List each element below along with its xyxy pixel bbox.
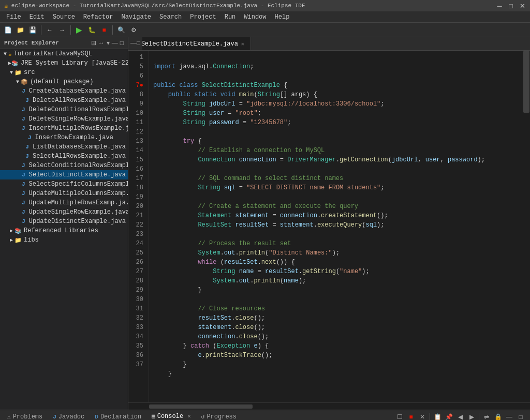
sidebar-item-del-all[interactable]: J DeleteAllRowsExample.java bbox=[0, 96, 128, 105]
console-nav-next[interactable]: ▶ bbox=[466, 412, 477, 421]
java-icon-13: J bbox=[22, 200, 25, 206]
bottom-tabs: ⚠ Problems J Javadoc D Declaration ▤ Con… bbox=[0, 410, 530, 420]
sidebar-item-default-pkg[interactable]: ▼ 📦 (default package) bbox=[0, 77, 128, 86]
console-nav-prev[interactable]: ◀ bbox=[455, 412, 465, 421]
menu-search[interactable]: Search bbox=[155, 12, 186, 22]
sidebar-item-create-db[interactable]: J CreateDatabaseExample.java bbox=[0, 86, 128, 96]
gutter-24: 27 bbox=[128, 267, 145, 276]
sidebar-item-sel-cond[interactable]: J SelectConditionalRowsExample... bbox=[0, 161, 128, 170]
minimize-editor-button[interactable]: — bbox=[130, 39, 137, 47]
remove-launch-button[interactable]: ✕ bbox=[417, 412, 428, 421]
java-icon-2: J bbox=[25, 97, 29, 103]
gutter-13: 16 bbox=[128, 164, 145, 174]
gutter-23: 26 bbox=[128, 258, 145, 267]
gutter-30: 33 bbox=[128, 323, 145, 332]
maximize-sidebar-button[interactable]: □ bbox=[120, 39, 124, 47]
sidebar-item-sel-distinct[interactable]: J SelectDistinctExample.java bbox=[0, 170, 128, 179]
menu-navigate[interactable]: Navigate bbox=[117, 12, 155, 22]
h-scroll-thumb[interactable] bbox=[149, 404, 253, 409]
code-editor[interactable]: 1 5 6 7● 8 9 10 11 12 13 14 15 16 17 18 … bbox=[128, 51, 530, 402]
back-button[interactable]: ← bbox=[44, 24, 55, 36]
clear-console-button[interactable]: ☐ bbox=[394, 412, 405, 421]
stop-console-button[interactable]: ■ bbox=[406, 412, 416, 421]
sidebar-item-jre[interactable]: ▶ 📚 JRE System Library [JavaSE-22] bbox=[0, 58, 128, 68]
debug-button[interactable]: 🐛 bbox=[86, 24, 97, 36]
pkg-label: (default package) bbox=[30, 78, 93, 85]
maximize-button[interactable]: □ bbox=[507, 2, 514, 9]
java-icon-8: J bbox=[25, 153, 29, 159]
new-button[interactable]: 📄 bbox=[2, 24, 13, 36]
gutter-1: 1 bbox=[128, 53, 145, 62]
save-button[interactable]: 💾 bbox=[27, 24, 38, 36]
project-icon: ☕ bbox=[8, 51, 12, 57]
tab-close-button[interactable]: ✕ bbox=[241, 41, 244, 47]
menu-source[interactable]: Source bbox=[49, 12, 79, 22]
console-close-button[interactable]: ✕ bbox=[187, 413, 191, 419]
menu-file[interactable]: File bbox=[2, 12, 25, 22]
gutter-25: 28 bbox=[128, 276, 145, 286]
run-button[interactable]: ▶ bbox=[73, 24, 85, 36]
open-button[interactable]: 📁 bbox=[14, 24, 26, 36]
pin-console-button[interactable]: 📌 bbox=[444, 412, 454, 421]
sidebar-item-upd-multi-col[interactable]: J UpdateMultipleColumnsExamp... bbox=[0, 189, 128, 198]
sidebar-item-insert-row[interactable]: J InsertRowExample.java bbox=[0, 133, 128, 142]
minimize-button[interactable]: ─ bbox=[496, 2, 503, 9]
tab-javadoc[interactable]: J Javadoc bbox=[48, 411, 90, 421]
console-label: Console bbox=[157, 413, 183, 420]
maximize-bottom-button[interactable]: □ bbox=[516, 412, 526, 421]
tab-declaration[interactable]: D Declaration bbox=[90, 411, 146, 421]
scroll-lock-button[interactable]: 🔒 bbox=[493, 412, 503, 421]
stop-button[interactable]: ■ bbox=[98, 24, 110, 36]
new-console-button[interactable]: 📋 bbox=[432, 412, 443, 421]
link-editor-button[interactable]: ↔ bbox=[98, 39, 105, 47]
separator-3 bbox=[112, 25, 113, 35]
sidebar-item-upd-single[interactable]: J UpdateSingleRowExample.java bbox=[0, 207, 128, 217]
menu-edit[interactable]: Edit bbox=[25, 12, 49, 22]
close-button[interactable]: ✕ bbox=[519, 2, 526, 9]
sidebar-item-insert-multi[interactable]: J InsertMultipleRowsExample.java bbox=[0, 124, 128, 133]
tab-problems[interactable]: ⚠ Problems bbox=[2, 411, 48, 421]
gutter-26: 29 bbox=[128, 286, 145, 295]
sidebar-item-sel-all[interactable]: J SelectAllRowsExample.java bbox=[0, 152, 128, 161]
forward-button[interactable]: → bbox=[56, 24, 68, 36]
minimize-sidebar-button[interactable]: — bbox=[112, 39, 118, 47]
menu-window[interactable]: Window bbox=[240, 12, 270, 22]
sidebar-item-upd-multi-row[interactable]: J UpdateMultipleRowsExamp.ja... bbox=[0, 198, 128, 207]
sidebar-item-libs[interactable]: ▶ 📁 libs bbox=[0, 235, 128, 245]
collapse-all-button[interactable]: ⊟ bbox=[91, 39, 96, 47]
gutter-4: 7● bbox=[128, 81, 145, 90]
java-icon-12: J bbox=[22, 190, 25, 197]
settings-button[interactable]: ⚙ bbox=[128, 24, 139, 36]
tab-progress[interactable]: ↺ Progress bbox=[196, 411, 242, 421]
minimize-bottom-button[interactable]: — bbox=[504, 412, 514, 421]
sidebar-item-list-db[interactable]: J ListDatabasesExample.java bbox=[0, 142, 128, 152]
java-icon-4: J bbox=[22, 116, 25, 122]
main-layout: Project Explorer ⊟ ↔ ▾ — □ ▼ ☕ TutorialK… bbox=[0, 37, 530, 410]
menu-help[interactable]: Help bbox=[271, 12, 294, 22]
title-bar: ☕ eclipse-workspace - TutorialKartJavaMy… bbox=[0, 0, 530, 11]
editor-horizontal-scrollbar[interactable] bbox=[128, 402, 530, 410]
search-toolbar-button[interactable]: 🔍 bbox=[115, 24, 127, 36]
sidebar-item-del-cond[interactable]: J DeleteConditionalRowsExample... bbox=[0, 105, 128, 114]
sidebar-item-project[interactable]: ▼ ☕ TutorialKartJavaMySQL bbox=[0, 49, 128, 58]
tab-console[interactable]: ▤ Console ✕ bbox=[146, 411, 196, 421]
menu-bar: File Edit Source Refactor Navigate Searc… bbox=[0, 11, 530, 23]
menu-refactor[interactable]: Refactor bbox=[79, 12, 117, 22]
file-label-3: DeleteConditionalRowsExample... bbox=[29, 106, 128, 113]
sidebar-item-sel-spec[interactable]: J SelectSpecificColumnsExample... bbox=[0, 179, 128, 189]
gutter-9: 12 bbox=[128, 127, 145, 137]
scroll-thumb[interactable] bbox=[523, 51, 529, 113]
sidebar-item-ref-libs[interactable]: ▶ 📚 Referenced Libraries bbox=[0, 226, 128, 235]
menu-project[interactable]: Project bbox=[186, 12, 220, 22]
editor-tab-select-distinct[interactable]: ☕ SelectDistinctExample.java ✕ bbox=[128, 37, 251, 50]
java-icon-1: J bbox=[22, 88, 25, 94]
view-menu-button[interactable]: ▾ bbox=[107, 39, 110, 47]
menu-run[interactable]: Run bbox=[220, 12, 240, 22]
sidebar-item-del-single[interactable]: J DeleteSingleRowExample.java bbox=[0, 114, 128, 124]
sidebar-item-src[interactable]: ▼ 📁 src bbox=[0, 68, 128, 77]
editor-vertical-scrollbar[interactable] bbox=[523, 51, 530, 402]
word-wrap-button[interactable]: ⇌ bbox=[481, 412, 492, 421]
sidebar-item-upd-distinct[interactable]: J UpdateDistinctExample.java bbox=[0, 217, 128, 226]
maximize-editor-button[interactable]: □ bbox=[137, 39, 140, 47]
code-content[interactable]: import java.sql.Connection; public class… bbox=[149, 51, 523, 402]
